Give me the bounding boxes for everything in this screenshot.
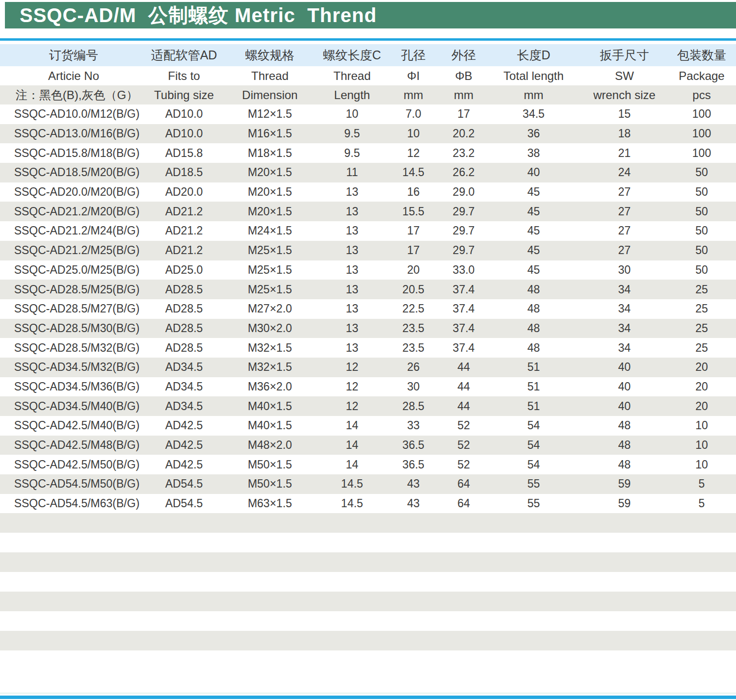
table-cell: 44	[442, 396, 486, 416]
table-cell: 50	[667, 241, 736, 260]
table-cell: 23.2	[442, 143, 486, 163]
table-cell: 13	[319, 241, 385, 260]
table-cell: SSQC-AD54.5/M63(B/G)	[0, 494, 147, 514]
table-cell: 26.2	[442, 163, 486, 182]
table-cell: 37.4	[442, 299, 486, 319]
table-cell: 10	[319, 104, 385, 124]
table-cell: 10	[385, 124, 442, 144]
table-cell: 21	[581, 143, 667, 163]
table-cell: 50	[667, 163, 736, 182]
table-cell: 28.5	[385, 396, 442, 416]
table-row: SSQC-AD10.0/M12(B/G)AD10.0M12×1.5107.017…	[0, 104, 736, 124]
table-cell: 17	[442, 104, 486, 124]
header-cell: 适配软管AD	[147, 44, 221, 66]
table-cell: 34.5	[486, 104, 581, 124]
table-cell: AD10.0	[147, 104, 221, 124]
table-cell: 14	[319, 416, 385, 436]
table-cell: 37.4	[442, 319, 486, 338]
table-cell: M48×2.0	[221, 436, 319, 455]
header-cell: Dimension	[221, 85, 319, 104]
table-cell: 20	[385, 260, 442, 280]
header-cell: 外径	[442, 44, 486, 66]
table-cell: SSQC-AD34.5/M40(B/G)	[0, 396, 147, 416]
table-cell: M63×1.5	[221, 494, 319, 514]
table-cell: 27	[581, 241, 667, 260]
table-cell: M25×1.5	[221, 260, 319, 280]
table-cell: AD54.5	[147, 494, 221, 514]
table-cell: 12	[319, 396, 385, 416]
header-cell: 螺纹规格	[221, 44, 319, 66]
table-cell: 100	[667, 124, 736, 144]
spec-table: 订货编号适配软管AD螺纹规格螺纹长度C孔径外径长度D扳手尺寸包装数量Artici…	[0, 44, 736, 650]
table-cell: M20×1.5	[221, 163, 319, 182]
table-cell: M50×1.5	[221, 474, 319, 494]
table-cell: AD10.0	[147, 124, 221, 144]
table-row: SSQC-AD42.5/M50(B/G)AD42.5M50×1.51436.55…	[0, 455, 736, 474]
spec-table-header: 订货编号适配软管AD螺纹规格螺纹长度C孔径外径长度D扳手尺寸包装数量Artici…	[0, 44, 736, 104]
table-row: SSQC-AD54.5/M63(B/G)AD54.5M63×1.514.5436…	[0, 494, 736, 514]
table-cell: 48	[486, 299, 581, 319]
table-cell: M24×1.5	[221, 221, 319, 241]
table-cell: 34	[581, 338, 667, 358]
header-cell: 扳手尺寸	[581, 44, 667, 66]
table-cell: 38	[486, 143, 581, 163]
header-cell: 注：黑色(B),灰色（G）	[0, 85, 147, 104]
table-cell: M12×1.5	[221, 104, 319, 124]
header-cell: mm	[385, 85, 442, 104]
table-cell: 40	[581, 358, 667, 377]
table-row: SSQC-AD28.5/M32(B/G)AD28.5M32×1.51323.53…	[0, 338, 736, 358]
table-cell: 13	[319, 182, 385, 202]
table-cell: 51	[486, 358, 581, 377]
table-cell: 48	[581, 416, 667, 436]
bottom-accent-divider	[0, 696, 736, 699]
table-cell: 45	[486, 260, 581, 280]
table-cell: 34	[581, 280, 667, 299]
table-cell: 29.7	[442, 202, 486, 221]
header-cell: wrench size	[581, 85, 667, 104]
table-cell: AD34.5	[147, 396, 221, 416]
table-cell: M25×1.5	[221, 241, 319, 260]
header-cell: Thread	[319, 66, 385, 85]
header-cell: Thread	[221, 66, 319, 85]
table-cell: M20×1.5	[221, 182, 319, 202]
table-cell: 33	[385, 416, 442, 436]
header-cell: Fits to	[147, 66, 221, 85]
table-cell: M50×1.5	[221, 455, 319, 474]
table-cell: AD28.5	[147, 280, 221, 299]
table-row: SSQC-AD18.5/M20(B/G)AD18.5M20×1.51114.52…	[0, 163, 736, 182]
table-cell: 10	[667, 436, 736, 455]
header-cell: Package	[667, 66, 736, 85]
table-cell: AD42.5	[147, 436, 221, 455]
table-cell: 13	[319, 202, 385, 221]
table-cell: SSQC-AD21.2/M24(B/G)	[0, 221, 147, 241]
empty-cell	[0, 572, 736, 592]
table-cell: 30	[581, 260, 667, 280]
table-cell: 29.7	[442, 241, 486, 260]
table-cell: 12	[319, 358, 385, 377]
table-cell: 27	[581, 221, 667, 241]
table-cell: SSQC-AD42.5/M48(B/G)	[0, 436, 147, 455]
table-cell: 55	[486, 494, 581, 514]
table-cell: 40	[581, 396, 667, 416]
table-row: SSQC-AD13.0/M16(B/G)AD10.0M16×1.59.51020…	[0, 124, 736, 144]
table-cell: 45	[486, 221, 581, 241]
table-cell: 17	[385, 241, 442, 260]
table-cell: 45	[486, 182, 581, 202]
table-cell: M25×1.5	[221, 280, 319, 299]
empty-cell	[0, 592, 736, 611]
table-cell: 44	[442, 358, 486, 377]
table-row: SSQC-AD28.5/M30(B/G)AD28.5M30×2.01323.53…	[0, 319, 736, 338]
table-cell: 14.5	[385, 163, 442, 182]
table-cell: SSQC-AD28.5/M27(B/G)	[0, 299, 147, 319]
table-cell: 13	[319, 299, 385, 319]
empty-row	[0, 552, 736, 572]
table-cell: 17	[385, 221, 442, 241]
table-cell: 12	[385, 143, 442, 163]
table-cell: 20.5	[385, 280, 442, 299]
header-cell: mm	[442, 85, 486, 104]
table-cell: SSQC-AD28.5/M32(B/G)	[0, 338, 147, 358]
header-cell: Tubing size	[147, 85, 221, 104]
table-row: SSQC-AD28.5/M25(B/G)AD28.5M25×1.51320.53…	[0, 280, 736, 299]
table-cell: 37.4	[442, 280, 486, 299]
table-cell: 50	[667, 202, 736, 221]
